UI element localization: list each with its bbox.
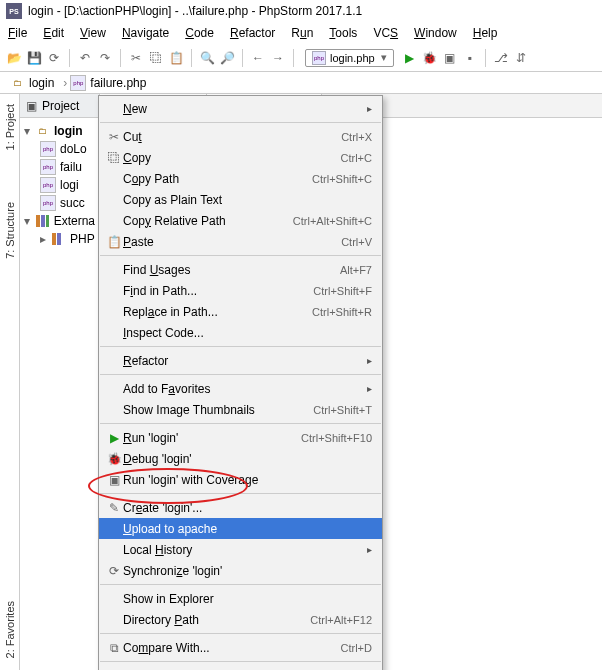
folder-icon: 🗀 [9,75,25,91]
menu-edit[interactable]: Edit [35,24,72,42]
tree-externals[interactable]: ▾ Externa [20,212,99,230]
ctx-directory-path[interactable]: Directory PathCtrl+Alt+F12 [99,609,382,630]
vcs-icon[interactable]: ⎇ [493,50,509,66]
php-icon: php [40,159,56,175]
ctx-copy-plain[interactable]: Copy as Plain Text [99,189,382,210]
forward-icon[interactable]: → [270,50,286,66]
svg-rect-4 [57,233,61,245]
run-icon[interactable]: ▶ [402,50,418,66]
refresh-icon[interactable]: ⟳ [46,50,62,66]
sidebar-tab-favorites[interactable]: 2: Favorites [2,595,18,664]
menubar: File Edit View Navigate Code Refactor Ru… [0,22,602,44]
coverage-icon[interactable]: ▣ [442,50,458,66]
update-icon[interactable]: ⇵ [513,50,529,66]
shortcut: Ctrl+Shift+R [312,306,372,318]
sync-icon: ⟳ [105,564,123,578]
create-icon: ✎ [105,501,123,515]
stop-icon[interactable]: ▪ [462,50,478,66]
ctx-local-history[interactable]: Local History▸ [99,539,382,560]
shortcut: Ctrl+D [341,642,372,654]
menu-file[interactable]: File [0,24,35,42]
ctx-upload-apache[interactable]: Upload to apache [99,518,382,539]
shortcut: Ctrl+C [341,152,372,164]
crumb-failure[interactable]: php failure.php [57,75,149,91]
context-menu: New▸ ✂CutCtrl+X ⿻CopyCtrl+C Copy PathCtr… [98,95,383,670]
menu-window[interactable]: Window [406,24,465,42]
ctx-create[interactable]: ✎Create 'login'... [99,497,382,518]
back-icon[interactable]: ← [250,50,266,66]
ctx-find-usages[interactable]: Find UsagesAlt+F7 [99,259,382,280]
paste-icon[interactable]: 📋 [168,50,184,66]
project-icon: ▣ [26,99,37,113]
shortcut: Ctrl+X [341,131,372,143]
ctx-find-in-path[interactable]: Find in Path...Ctrl+Shift+F [99,280,382,301]
ctx-run-coverage[interactable]: ▣Run 'login' with Coverage [99,469,382,490]
menu-vcs[interactable]: VCS [365,24,406,42]
tree-root[interactable]: ▾ 🗀 login [20,122,99,140]
ctx-compare[interactable]: ⧉Compare With...Ctrl+D [99,637,382,658]
ctx-copy-path[interactable]: Copy PathCtrl+Shift+C [99,168,382,189]
ctx-mark-directory[interactable]: Mark Directory as▸ [99,665,382,670]
tree-file[interactable]: phpdoLo [20,140,99,158]
coverage-icon: ▣ [105,473,123,487]
replace-icon[interactable]: 🔎 [219,50,235,66]
ctx-cut[interactable]: ✂CutCtrl+X [99,126,382,147]
folder-icon: 🗀 [34,123,50,139]
tree-file[interactable]: phplogi [20,176,99,194]
tree-file-label: succ [60,196,85,210]
copy-icon[interactable]: ⿻ [148,50,164,66]
cut-icon[interactable]: ✂ [128,50,144,66]
ctx-replace-in-path[interactable]: Replace in Path...Ctrl+Shift+R [99,301,382,322]
app-icon: PS [6,3,22,19]
ctx-copy-rel[interactable]: Copy Relative PathCtrl+Alt+Shift+C [99,210,382,231]
project-header-label: Project [42,99,79,113]
ctx-paste[interactable]: 📋PasteCtrl+V [99,231,382,252]
save-icon[interactable]: 💾 [26,50,42,66]
find-icon[interactable]: 🔍 [199,50,215,66]
crumb-login[interactable]: 🗀 login [6,75,57,91]
redo-icon[interactable]: ↷ [97,50,113,66]
open-icon[interactable]: 📂 [6,50,22,66]
shortcut: Ctrl+Alt+F12 [310,614,372,626]
undo-icon[interactable]: ↶ [77,50,93,66]
menu-code[interactable]: Code [177,24,222,42]
ctx-show-explorer[interactable]: Show in Explorer [99,588,382,609]
project-header: ▣ Project [20,94,99,118]
paste-icon: 📋 [105,235,123,249]
shortcut: Ctrl+Shift+F10 [301,432,372,444]
menu-refactor[interactable]: Refactor [222,24,283,42]
run-config-label: login.php [330,52,375,64]
tree-php[interactable]: ▸ PHP [20,230,99,248]
ctx-inspect[interactable]: Inspect Code... [99,322,382,343]
menu-view[interactable]: View [72,24,114,42]
tree-file[interactable]: phpsucc [20,194,99,212]
ctx-refactor[interactable]: Refactor▸ [99,350,382,371]
copy-icon: ⿻ [105,151,123,165]
menu-tools[interactable]: Tools [321,24,365,42]
menu-navigate[interactable]: Navigate [114,24,177,42]
ctx-label: Show Image Thumbnails [123,403,313,417]
ctx-add-favorites[interactable]: Add to Favorites▸ [99,378,382,399]
ctx-new[interactable]: New▸ [99,98,382,119]
ctx-show-thumbnails[interactable]: Show Image ThumbnailsCtrl+Shift+T [99,399,382,420]
ctx-debug[interactable]: 🐞Debug 'login' [99,448,382,469]
menu-help[interactable]: Help [465,24,506,42]
shortcut: Alt+F7 [340,264,372,276]
sidebar-tab-structure[interactable]: 7: Structure [2,196,18,265]
shortcut: Ctrl+Shift+F [313,285,372,297]
window-title: login - [D:\actionPHP\login] - ..\failur… [28,4,362,18]
tree-file[interactable]: phpfailu [20,158,99,176]
ctx-label: Show in Explorer [123,592,372,606]
run-config[interactable]: php login.php ▾ [305,49,394,67]
project-tree: ▾ 🗀 login phpdoLo phpfailu phplogi phpsu… [20,118,99,252]
ctx-run[interactable]: ▶Run 'login'Ctrl+Shift+F10 [99,427,382,448]
debug-icon[interactable]: 🐞 [422,50,438,66]
shortcut: Ctrl+V [341,236,372,248]
compare-icon: ⧉ [105,641,123,655]
sidebar-tab-project[interactable]: 1: Project [2,98,18,156]
menu-run[interactable]: Run [283,24,321,42]
toolbar: 📂 💾 ⟳ ↶ ↷ ✂ ⿻ 📋 🔍 🔎 ← → php login.php ▾ … [0,44,602,72]
ctx-copy[interactable]: ⿻CopyCtrl+C [99,147,382,168]
crumb-label: failure.php [90,76,146,90]
ctx-sync[interactable]: ⟳Synchronize 'login' [99,560,382,581]
